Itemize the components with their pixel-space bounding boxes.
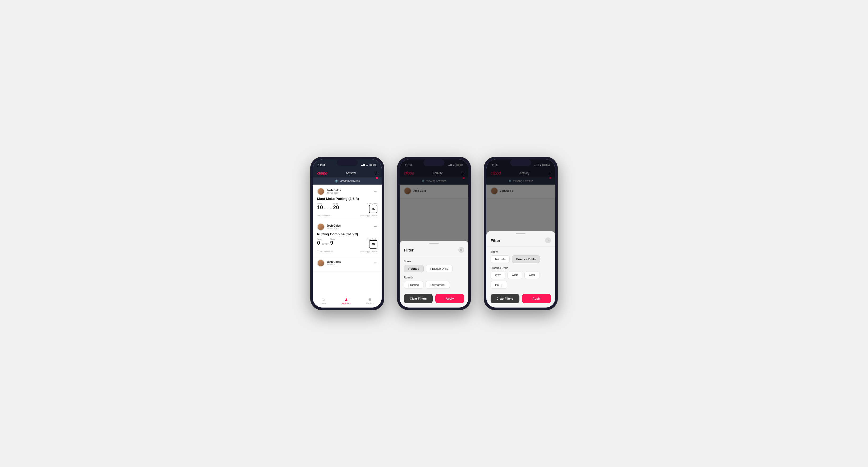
- app-btn-3[interactable]: APP: [507, 272, 522, 279]
- phone-2-screen: 11:33 ▲ 83: [400, 159, 468, 308]
- close-btn-2[interactable]: ✕: [458, 247, 464, 253]
- avatar-img-2: [318, 224, 324, 230]
- filter-sheet-2: Filter ✕ Show Rounds Practice Drills Rou…: [400, 241, 468, 308]
- activity-title-2: Putting Combine (3-15 ft): [317, 232, 377, 236]
- status-icons-1: ▲ 83: [361, 164, 376, 166]
- phone-3-screen: 11:33 ▲ 83: [486, 159, 555, 308]
- activity-item-3: Josh Coles 28 Feb 2023 •••: [313, 256, 382, 272]
- rounds-section-2: Rounds Practice Tournament: [400, 272, 468, 288]
- phone-notch-3: [510, 159, 531, 166]
- phone-1: 11:33 ▲ 83 clippd: [310, 157, 384, 310]
- test-info-2: ⓘ Test Information: [317, 250, 333, 253]
- avatar-img-3: [318, 260, 324, 266]
- close-btn-3[interactable]: ✕: [545, 238, 551, 243]
- signal-bar-2: [362, 165, 363, 166]
- status-time-1: 11:33: [318, 164, 325, 166]
- activity-list-1: Josh Coles 28 Feb 2023 ••• Must Make Put…: [313, 185, 382, 295]
- activity-header-2: Josh Coles 28 Feb 2023 •••: [317, 223, 377, 230]
- user-name-3: Josh Coles: [327, 260, 341, 263]
- practice-drills-btn-3[interactable]: Practice Drills: [512, 255, 540, 263]
- more-btn-2[interactable]: •••: [374, 225, 377, 229]
- signal-bar-3: [363, 164, 364, 166]
- nav-activities-1[interactable]: ♟ Activities: [342, 297, 351, 304]
- score-value-1: 10: [317, 205, 323, 210]
- show-toggle-group-2: Rounds Practice Drills: [404, 265, 464, 272]
- practice-drills-btn-2[interactable]: Practice Drills: [426, 265, 453, 272]
- score-value-2: 0: [317, 240, 320, 245]
- phone-3: 11:33 ▲ 83: [484, 157, 558, 310]
- out-of-1: OUT OF: [324, 208, 331, 210]
- shots-group-2: Shots 9: [330, 238, 335, 246]
- nav-home-label-1: Home: [321, 302, 327, 304]
- filter-title-3: Filter: [491, 238, 500, 243]
- show-label-2: Show: [404, 260, 464, 263]
- user-details-3: Josh Coles 28 Feb 2023: [327, 260, 341, 266]
- shot-quality-badge-1: 75: [369, 205, 377, 213]
- practice-btn-2[interactable]: Practice: [404, 281, 424, 288]
- bottom-nav-1: ⌂ Home ♟ Activities ⊕ Capture: [313, 295, 382, 308]
- sheet-header-3: Filter ✕: [486, 238, 555, 247]
- signal-bars-1: [361, 164, 365, 166]
- activity-footer-2: ⓘ Test Information Data: Clippd Capture: [317, 250, 377, 253]
- notification-dot-1: [376, 177, 378, 179]
- shot-quality-group-2: Shot Quality 45: [367, 238, 377, 249]
- ott-btn-3[interactable]: OTT: [491, 272, 505, 279]
- phone-2: 11:33 ▲ 83: [397, 157, 471, 310]
- nav-home-1[interactable]: ⌂ Home: [321, 297, 327, 304]
- user-details-2: Josh Coles 28 Feb 2023: [327, 224, 341, 229]
- nav-activities-label-1: Activities: [342, 302, 351, 304]
- score-group-2: Score 0 OUT OF: [317, 238, 329, 245]
- filter-icon-1: ⚙️: [335, 180, 338, 183]
- sheet-handle-3: [516, 233, 526, 234]
- test-info-text-2: Test Information: [320, 251, 333, 253]
- clear-filters-btn-2[interactable]: Clear Filters: [404, 294, 433, 303]
- tournament-btn-2[interactable]: Tournament: [426, 281, 450, 288]
- viewing-bar-1[interactable]: ⚙️ Viewing Activities: [313, 178, 382, 185]
- apply-btn-3[interactable]: Apply: [522, 294, 551, 303]
- stats-row-2: Score 0 OUT OF Shots 9 Shot Quality: [317, 238, 377, 249]
- clear-filters-btn-3[interactable]: Clear Filters: [491, 294, 520, 303]
- sheet-handle-2: [429, 243, 439, 244]
- practice-drills-section-label-3: Practice Drills: [491, 267, 551, 270]
- score-values-2: 0 OUT OF: [317, 240, 329, 245]
- activity-title-1: Must Make Putting (3-6 ft): [317, 197, 377, 201]
- more-btn-3[interactable]: •••: [374, 261, 377, 265]
- rounds-btn-2[interactable]: Rounds: [404, 265, 424, 272]
- shots-value-2: 9: [330, 240, 333, 246]
- avatar-img-1: [318, 188, 324, 195]
- app-header-1: clippd Activity ☰: [313, 169, 382, 178]
- rounds-btn-3[interactable]: Rounds: [491, 255, 509, 263]
- practice-drills-section-3: Practice Drills OTT APP ARG PUTT: [486, 263, 555, 288]
- apply-btn-2[interactable]: Apply: [435, 294, 464, 303]
- header-title-1: Activity: [346, 172, 356, 175]
- shot-quality-label-1: Shot Quality: [367, 203, 377, 205]
- phone-1-screen: 11:33 ▲ 83 clippd: [313, 159, 382, 308]
- shots-value-1: 20: [333, 205, 339, 210]
- nav-capture-label-1: Capture: [366, 302, 374, 304]
- filter-overlay-2: Filter ✕ Show Rounds Practice Drills Rou…: [400, 159, 468, 308]
- shot-quality-group-1: Shot Quality 75: [367, 203, 377, 213]
- more-btn-1[interactable]: •••: [374, 190, 377, 193]
- shot-quality-badge-2: 45: [369, 240, 377, 249]
- screenshot-container: 11:33 ▲ 83 clippd: [294, 141, 574, 326]
- avatar-1: [317, 188, 324, 195]
- putt-btn-3[interactable]: PUTT: [491, 281, 507, 288]
- menu-icon-1[interactable]: ☰: [374, 172, 377, 175]
- activity-item-1: Josh Coles 28 Feb 2023 ••• Must Make Put…: [313, 185, 382, 220]
- avatar-3: [317, 259, 324, 267]
- battery-1: [369, 164, 373, 166]
- phone-notch-1: [337, 159, 358, 166]
- sheet-actions-2: Clear Filters Apply: [400, 288, 468, 303]
- activity-item-2: Josh Coles 28 Feb 2023 ••• Putting Combi…: [313, 220, 382, 256]
- activities-icon-1: ♟: [345, 297, 348, 302]
- user-details-1: Josh Coles 28 Feb 2023: [327, 189, 341, 194]
- arg-btn-3[interactable]: ARG: [524, 272, 540, 279]
- nav-capture-1[interactable]: ⊕ Capture: [366, 297, 374, 304]
- drills-toggle-group-3: OTT APP ARG PUTT: [491, 272, 551, 288]
- activity-footer-1: Test Information Data: Clippd Capture: [317, 215, 377, 217]
- show-section-3: Show Rounds Practice Drills: [486, 247, 555, 263]
- rounds-toggle-group-2: Practice Tournament: [404, 281, 464, 288]
- data-source-1: Data: Clippd Capture: [360, 215, 377, 217]
- capture-icon-1: ⊕: [368, 297, 372, 302]
- user-name-2: Josh Coles: [327, 224, 341, 227]
